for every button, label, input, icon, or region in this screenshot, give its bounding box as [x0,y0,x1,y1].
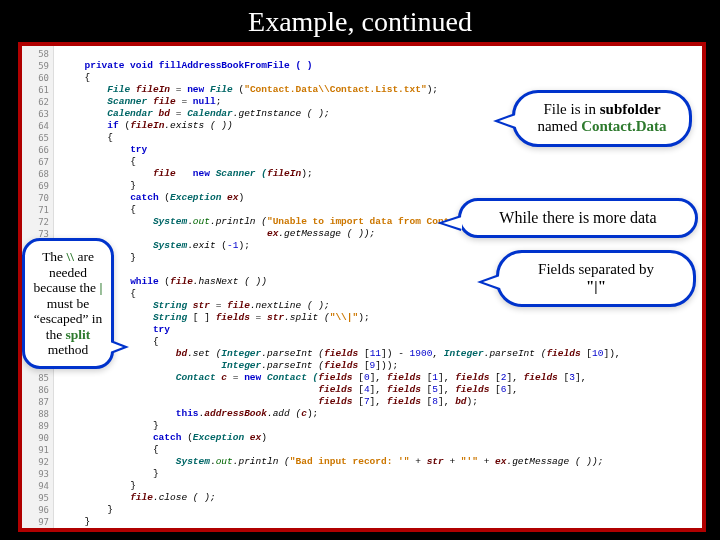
callout-while: While there is more data [458,198,698,238]
line-number: 95 [22,492,53,504]
line-number: 87 [22,396,53,408]
line-number: 66 [22,144,53,156]
code-line: private void fillAddressBookFromFile ( ) [85,60,313,71]
slide-title: Example, continued [0,0,720,40]
line-number: 60 [22,72,53,84]
line-number: 86 [22,384,53,396]
line-number: 89 [22,420,53,432]
line-number: 64 [22,120,53,132]
line-number: 72 [22,216,53,228]
line-number: 97 [22,516,53,528]
line-number: 70 [22,192,53,204]
line-number: 69 [22,180,53,192]
line-number: 58 [22,48,53,60]
line-number: 59 [22,60,53,72]
line-number: 62 [22,96,53,108]
line-number: 90 [22,432,53,444]
line-number: 88 [22,408,53,420]
line-number: 67 [22,156,53,168]
line-number: 61 [22,84,53,96]
line-number: 93 [22,468,53,480]
line-number: 92 [22,456,53,468]
line-number: 96 [22,504,53,516]
callout-subfolder: File is in subfolder named Contact.Data [512,90,692,147]
line-number: 65 [22,132,53,144]
line-number: 68 [22,168,53,180]
line-number: 63 [22,108,53,120]
line-number: 71 [22,204,53,216]
callout-fields: Fields separated by "|" [496,250,696,307]
line-number: 91 [22,444,53,456]
callout-escape: The \\ are needed because the | must be … [22,238,114,369]
line-number: 94 [22,480,53,492]
line-number: 85 [22,372,53,384]
